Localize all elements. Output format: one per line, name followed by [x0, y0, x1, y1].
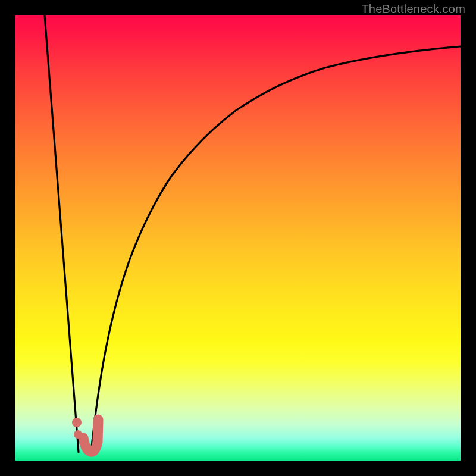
curves-layer [15, 15, 461, 461]
marker-dot-2 [74, 430, 82, 439]
plot-area [15, 15, 461, 461]
curve-left-descent [45, 15, 79, 452]
outer-frame: TheBottleneck.com [0, 0, 476, 476]
marker-j-stroke [83, 419, 98, 452]
watermark-label: TheBottleneck.com [361, 2, 465, 16]
marker-dot-1 [72, 418, 82, 427]
curve-right-ascent [91, 46, 461, 452]
